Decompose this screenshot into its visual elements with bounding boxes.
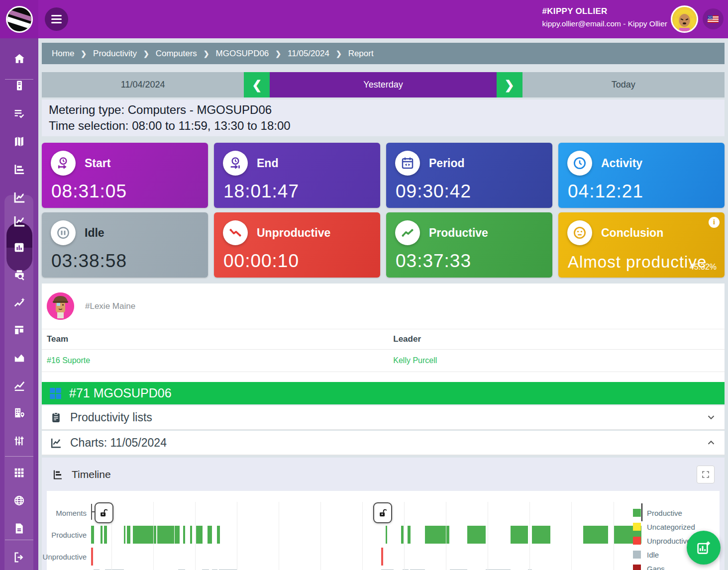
sidebar-item-line-charts[interactable] [0,373,38,398]
charts-section[interactable]: Charts: 11/05/2024 [42,431,725,455]
timeline-card: Timeline Moments Productive Unproductive… [42,458,725,570]
legend-item[interactable]: Productive [633,506,713,520]
info-icon[interactable]: i [709,217,720,228]
trend-down-icon [223,220,248,245]
card-end: End 18:01:47 [214,143,380,208]
card-period: Period 09:30:42 [386,143,552,208]
card-unproductive-label: Unproductive [257,226,330,240]
sidebar-item-web[interactable] [0,488,38,513]
card-period-value: 09:30:42 [396,181,471,202]
add-chart-fab[interactable] [687,531,721,565]
stat-cards: Start 08:31:05 End 18:01:47 Period 09:30… [42,143,725,278]
timeline-segment-productive [408,526,411,544]
neutral-face-icon [567,220,592,245]
timeline-segment-productive [532,526,550,544]
timeline-segment-productive [196,526,203,544]
language-flag-button[interactable] [703,8,724,29]
sidebar-item-bar-reports[interactable] [0,235,38,260]
leader-column-header: Leader [393,334,720,344]
timeline-segment-productive [583,526,608,544]
productivity-lists-section[interactable]: Productivity lists [42,405,725,430]
timeline-lock-button[interactable] [373,502,392,523]
date-prev-button[interactable]: 11/04/2024 [42,72,244,97]
breadcrumb-sep-icon: ❯ [336,50,342,58]
sidebar-item-charts[interactable] [0,185,38,209]
timeline-segment-productive [157,526,174,544]
breadcrumb-date[interactable]: 11/05/2024 [288,49,329,59]
map-icon [13,135,25,148]
sidebar-item-logout[interactable] [0,545,38,570]
chevron-down-icon[interactable] [706,412,717,423]
breadcrumb-machine[interactable]: MGOSUPD06 [216,49,269,59]
sidebar-item-activity-lists[interactable] [0,101,38,126]
sidebar-item-apps[interactable] [0,460,38,485]
user-avatar[interactable] [671,5,698,33]
card-productive-label: Productive [429,226,488,240]
sidebar-nav [0,38,38,570]
team-table-header: Team Leader [42,329,725,350]
list-check-icon [13,107,25,120]
sidebar-item-documents[interactable] [0,516,38,541]
avatar-lexie[interactable] [47,292,74,320]
timeline-row-moments [91,502,643,524]
team-link[interactable]: #16 Suporte [47,356,90,365]
card-start-value: 08:31:05 [51,181,127,202]
breadcrumb-sep-icon: ❯ [204,50,209,58]
breadcrumb-computers[interactable]: Computers [156,49,197,59]
date-navigation: 11/04/2024 ❮ Yesterday ❯ Today [42,72,725,97]
date-prev-arrow-icon[interactable]: ❮ [244,72,270,97]
user-tag: #KIPPY OLLIER [542,6,667,16]
timeline-segment-productive [133,526,156,544]
chevron-up-icon[interactable] [706,437,717,448]
timeline-segment-productive [511,526,528,544]
home-icon [13,52,26,65]
timeline-segment-productive [104,526,107,544]
timeline-segment-productive [386,526,387,544]
sidebar-item-print-search[interactable] [0,263,38,287]
leader-link[interactable]: Kelly Purcell [393,356,437,365]
sidebar-item-dashboard-columns[interactable] [0,317,38,342]
timeline-gridline [571,502,572,570]
sidebar-item-filters[interactable] [0,428,38,453]
date-today-button[interactable]: Today [522,72,725,97]
sidebar-item-timeline-report[interactable] [0,157,38,182]
sidebar-item-area-charts[interactable] [0,345,38,370]
timeline-title: Timeline [72,469,111,480]
metering-info: Metering type: Computers - MGOSUPD06 Tim… [42,99,725,136]
user-team-panel: #Lexie Maine Team Leader #16 Suporte Kel… [42,284,725,382]
timeline-segment-productive [467,526,486,544]
top-bar: #KIPPY OLLIER kippy.ollier@email.com - K… [0,0,728,38]
machine-header-bar: #71 MGOSUPD06 [42,382,725,404]
time-selection-line: Time selection: 08:00 to 11:59, 13:30 to… [49,118,718,134]
breadcrumb-productivity[interactable]: Productivity [93,49,137,59]
team-table-row: #16 Suporte Kelly Purcell [42,350,725,372]
date-current-button[interactable]: Yesterday [270,72,496,97]
card-end-value: 18:01:47 [223,181,299,202]
sidebar-item-map[interactable] [0,129,38,154]
sidebar-item-charts-alt[interactable] [0,208,38,233]
print-search-icon [13,269,26,282]
building-pin-icon [13,406,26,419]
timeline-row-labels: Moments Productive Unproductive Idle [47,491,91,570]
sidebar-item-home[interactable] [0,46,38,71]
windows-logo-icon [49,386,62,400]
line-chart-icon [12,214,26,228]
row-label-unproductive: Unproductive [47,546,91,568]
sidebar-item-trends[interactable] [0,290,38,315]
sidebar-item-locations[interactable] [0,400,38,425]
columns-icon [13,324,25,336]
breadcrumb-home[interactable]: Home [52,49,74,59]
date-next-arrow-icon[interactable]: ❯ [497,72,522,97]
timeline-lock-button[interactable] [95,502,113,523]
timeline-icon [52,469,64,480]
sidebar-item-computers[interactable] [0,73,38,98]
app-logo[interactable] [0,0,38,38]
card-period-label: Period [429,157,465,170]
avatar-kippy-icon [672,7,697,31]
menu-hamburger-button[interactable] [45,7,68,31]
legend-label: Productive [647,509,682,517]
fullscreen-button[interactable] [697,466,715,483]
team-column-header: Team [47,334,393,344]
card-activity: Activity 04:12:21 [558,143,725,208]
card-productive-value: 03:37:33 [396,251,471,272]
